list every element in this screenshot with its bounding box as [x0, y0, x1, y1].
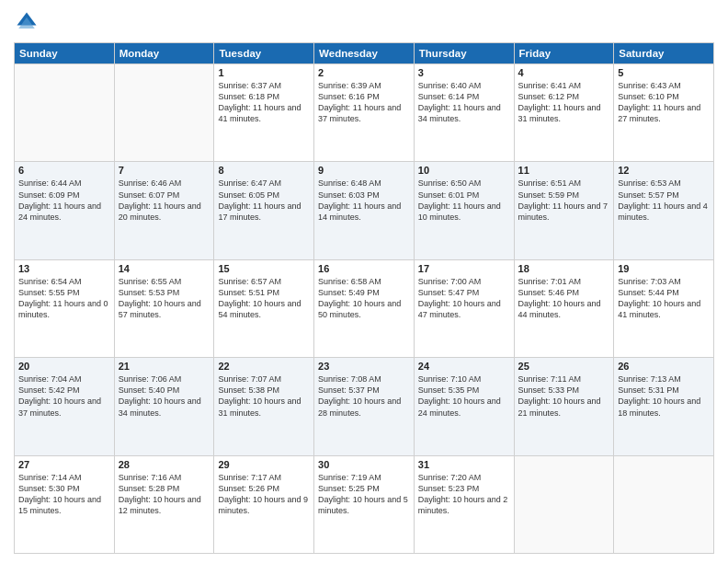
calendar-cell: 28Sunrise: 7:16 AM Sunset: 5:28 PM Dayli… — [114, 455, 214, 553]
weekday-header-saturday: Saturday — [614, 43, 714, 64]
day-number: 27 — [18, 459, 110, 470]
weekday-header-thursday: Thursday — [414, 43, 514, 64]
weekday-header-sunday: Sunday — [15, 43, 115, 64]
weekday-header-tuesday: Tuesday — [214, 43, 314, 64]
day-info: Sunrise: 7:20 AM Sunset: 5:23 PM Dayligh… — [418, 472, 510, 517]
logo-icon — [14, 9, 40, 35]
day-info: Sunrise: 7:10 AM Sunset: 5:35 PM Dayligh… — [418, 373, 510, 419]
day-number: 13 — [18, 263, 110, 274]
calendar-cell: 13Sunrise: 6:54 AM Sunset: 5:55 PM Dayli… — [15, 259, 115, 357]
calendar-cell — [114, 64, 214, 162]
weekday-header-wednesday: Wednesday — [314, 43, 415, 64]
calendar-cell: 15Sunrise: 6:57 AM Sunset: 5:51 PM Dayli… — [214, 259, 314, 357]
day-number: 8 — [218, 165, 310, 176]
weekday-header-row: SundayMondayTuesdayWednesdayThursdayFrid… — [15, 43, 714, 64]
day-info: Sunrise: 7:14 AM Sunset: 5:30 PM Dayligh… — [18, 472, 110, 517]
calendar-cell: 20Sunrise: 7:04 AM Sunset: 5:42 PM Dayli… — [15, 358, 115, 455]
calendar-table: SundayMondayTuesdayWednesdayThursdayFrid… — [14, 42, 714, 554]
calendar-cell: 10Sunrise: 6:50 AM Sunset: 6:01 PM Dayli… — [414, 162, 514, 259]
calendar-cell: 23Sunrise: 7:08 AM Sunset: 5:37 PM Dayli… — [314, 358, 415, 455]
day-info: Sunrise: 7:01 AM Sunset: 5:46 PM Dayligh… — [518, 276, 610, 321]
day-number: 22 — [218, 361, 310, 372]
day-info: Sunrise: 6:41 AM Sunset: 6:12 PM Dayligh… — [518, 80, 610, 125]
calendar-cell — [514, 455, 614, 553]
day-info: Sunrise: 6:57 AM Sunset: 5:51 PM Dayligh… — [218, 276, 310, 321]
day-number: 10 — [418, 165, 510, 176]
day-number: 20 — [18, 361, 110, 372]
calendar-row-2: 13Sunrise: 6:54 AM Sunset: 5:55 PM Dayli… — [15, 259, 714, 357]
day-info: Sunrise: 6:55 AM Sunset: 5:53 PM Dayligh… — [119, 276, 210, 321]
calendar-row-4: 27Sunrise: 7:14 AM Sunset: 5:30 PM Dayli… — [15, 455, 714, 553]
weekday-header-monday: Monday — [114, 43, 214, 64]
day-number: 5 — [618, 67, 710, 78]
day-number: 17 — [418, 263, 510, 274]
day-number: 25 — [518, 361, 610, 372]
calendar-cell: 4Sunrise: 6:41 AM Sunset: 6:12 PM Daylig… — [514, 64, 614, 162]
calendar-cell: 21Sunrise: 7:06 AM Sunset: 5:40 PM Dayli… — [114, 358, 214, 455]
day-number: 14 — [119, 263, 210, 274]
day-info: Sunrise: 6:37 AM Sunset: 6:18 PM Dayligh… — [218, 80, 310, 125]
day-info: Sunrise: 7:19 AM Sunset: 5:25 PM Dayligh… — [318, 472, 410, 517]
calendar-row-0: 1Sunrise: 6:37 AM Sunset: 6:18 PM Daylig… — [15, 64, 714, 162]
calendar-cell: 29Sunrise: 7:17 AM Sunset: 5:26 PM Dayli… — [214, 455, 314, 553]
calendar-cell: 14Sunrise: 6:55 AM Sunset: 5:53 PM Dayli… — [114, 259, 214, 357]
calendar-cell: 22Sunrise: 7:07 AM Sunset: 5:38 PM Dayli… — [214, 358, 314, 455]
calendar-cell: 16Sunrise: 6:58 AM Sunset: 5:49 PM Dayli… — [314, 259, 415, 357]
calendar-row-1: 6Sunrise: 6:44 AM Sunset: 6:09 PM Daylig… — [15, 162, 714, 259]
calendar-cell — [15, 64, 115, 162]
day-info: Sunrise: 6:47 AM Sunset: 6:05 PM Dayligh… — [218, 178, 310, 223]
day-number: 24 — [418, 361, 510, 372]
day-info: Sunrise: 7:03 AM Sunset: 5:44 PM Dayligh… — [618, 276, 710, 321]
day-number: 30 — [318, 459, 410, 470]
calendar-cell: 3Sunrise: 6:40 AM Sunset: 6:14 PM Daylig… — [414, 64, 514, 162]
calendar-cell: 18Sunrise: 7:01 AM Sunset: 5:46 PM Dayli… — [514, 259, 614, 357]
day-number: 31 — [418, 459, 510, 470]
day-info: Sunrise: 6:44 AM Sunset: 6:09 PM Dayligh… — [18, 178, 110, 223]
day-info: Sunrise: 7:17 AM Sunset: 5:26 PM Dayligh… — [218, 472, 310, 517]
day-info: Sunrise: 6:39 AM Sunset: 6:16 PM Dayligh… — [318, 80, 410, 125]
day-number: 11 — [518, 165, 610, 176]
day-number: 28 — [119, 459, 210, 470]
calendar-cell: 8Sunrise: 6:47 AM Sunset: 6:05 PM Daylig… — [214, 162, 314, 259]
day-number: 23 — [318, 361, 410, 372]
day-info: Sunrise: 6:51 AM Sunset: 5:59 PM Dayligh… — [518, 178, 610, 223]
day-number: 21 — [119, 361, 210, 372]
calendar-cell: 17Sunrise: 7:00 AM Sunset: 5:47 PM Dayli… — [414, 259, 514, 357]
day-info: Sunrise: 6:48 AM Sunset: 6:03 PM Dayligh… — [318, 178, 410, 223]
calendar-cell: 30Sunrise: 7:19 AM Sunset: 5:25 PM Dayli… — [314, 455, 415, 553]
day-info: Sunrise: 6:53 AM Sunset: 5:57 PM Dayligh… — [618, 178, 710, 223]
weekday-header-friday: Friday — [514, 43, 614, 64]
calendar-cell: 24Sunrise: 7:10 AM Sunset: 5:35 PM Dayli… — [414, 358, 514, 455]
day-number: 3 — [418, 67, 510, 78]
calendar-cell — [614, 455, 714, 553]
day-number: 29 — [218, 459, 310, 470]
day-number: 16 — [318, 263, 410, 274]
calendar-cell: 5Sunrise: 6:43 AM Sunset: 6:10 PM Daylig… — [614, 64, 714, 162]
day-info: Sunrise: 7:06 AM Sunset: 5:40 PM Dayligh… — [119, 373, 210, 419]
day-info: Sunrise: 7:11 AM Sunset: 5:33 PM Dayligh… — [518, 373, 610, 419]
day-info: Sunrise: 7:08 AM Sunset: 5:37 PM Dayligh… — [318, 373, 410, 419]
day-number: 4 — [518, 67, 610, 78]
calendar-cell: 2Sunrise: 6:39 AM Sunset: 6:16 PM Daylig… — [314, 64, 415, 162]
day-number: 18 — [518, 263, 610, 274]
day-info: Sunrise: 7:04 AM Sunset: 5:42 PM Dayligh… — [18, 373, 110, 419]
day-number: 6 — [18, 165, 110, 176]
day-info: Sunrise: 7:07 AM Sunset: 5:38 PM Dayligh… — [218, 373, 310, 419]
day-number: 9 — [318, 165, 410, 176]
day-info: Sunrise: 6:43 AM Sunset: 6:10 PM Dayligh… — [618, 80, 710, 125]
day-number: 2 — [318, 67, 410, 78]
calendar-cell: 11Sunrise: 6:51 AM Sunset: 5:59 PM Dayli… — [514, 162, 614, 259]
logo — [14, 9, 43, 35]
calendar-cell: 6Sunrise: 6:44 AM Sunset: 6:09 PM Daylig… — [15, 162, 115, 259]
calendar-cell: 19Sunrise: 7:03 AM Sunset: 5:44 PM Dayli… — [614, 259, 714, 357]
calendar-cell: 27Sunrise: 7:14 AM Sunset: 5:30 PM Dayli… — [15, 455, 115, 553]
calendar-cell: 9Sunrise: 6:48 AM Sunset: 6:03 PM Daylig… — [314, 162, 415, 259]
calendar-cell: 12Sunrise: 6:53 AM Sunset: 5:57 PM Dayli… — [614, 162, 714, 259]
page: SundayMondayTuesdayWednesdayThursdayFrid… — [0, 0, 728, 563]
day-number: 7 — [119, 165, 210, 176]
day-number: 15 — [218, 263, 310, 274]
day-number: 1 — [218, 67, 310, 78]
day-info: Sunrise: 7:00 AM Sunset: 5:47 PM Dayligh… — [418, 276, 510, 321]
day-info: Sunrise: 6:50 AM Sunset: 6:01 PM Dayligh… — [418, 178, 510, 223]
day-info: Sunrise: 7:13 AM Sunset: 5:31 PM Dayligh… — [618, 373, 710, 419]
